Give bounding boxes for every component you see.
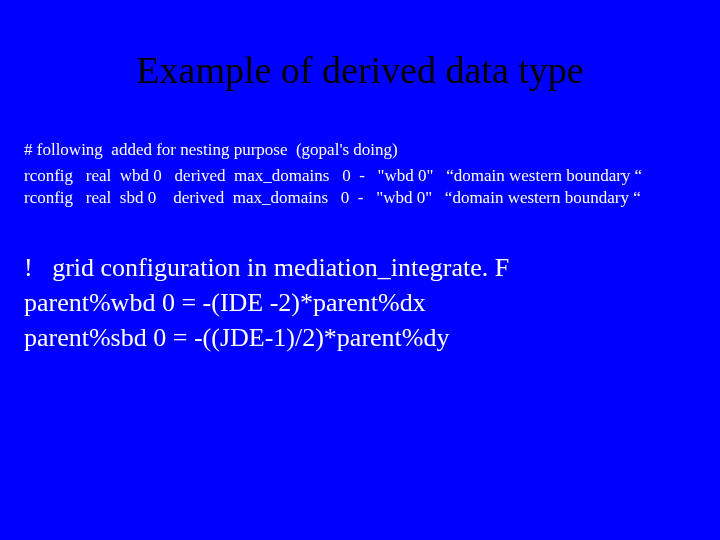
slide-body: # following added for nesting purpose (g… [24, 140, 696, 355]
code-block: ! grid configuration in mediation_integr… [24, 250, 696, 355]
comment-line: # following added for nesting purpose (g… [24, 140, 696, 160]
rconfig-line-2: rconfig real sbd 0 derived max_domains 0… [24, 188, 696, 208]
code-line-2: parent%wbd 0 = -(IDE -2)*parent%dx [24, 285, 696, 320]
rconfig-line-1: rconfig real wbd 0 derived max_domains 0… [24, 166, 696, 186]
slide-title: Example of derived data type [0, 48, 720, 92]
code-line-3: parent%sbd 0 = -((JDE-1)/2)*parent%dy [24, 320, 696, 355]
code-line-1: ! grid configuration in mediation_integr… [24, 250, 696, 285]
slide: Example of derived data type # following… [0, 0, 720, 540]
